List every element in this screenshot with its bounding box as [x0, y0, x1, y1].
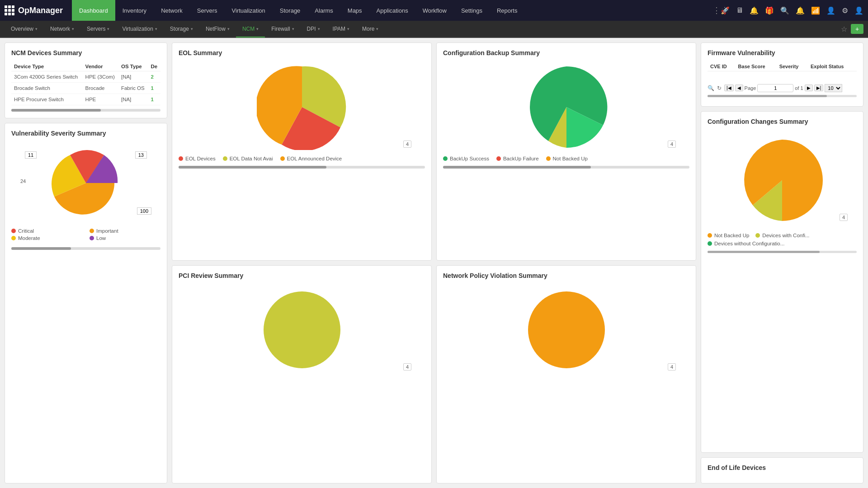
not-backed-dot-cc: [708, 233, 712, 238]
config-changes-legend: Not Backed Up Devices with Confi... Devi…: [708, 233, 857, 246]
eol-legend: EOL Devices EOL Data Not Avai EOL Announ…: [179, 156, 425, 161]
menu-reports[interactable]: Reports: [490, 0, 525, 21]
prev-page-btn[interactable]: ◀: [735, 84, 743, 91]
low-dot: [90, 236, 94, 240]
pagination-controls: |◀ ◀ Page of 1 ▶ ▶| 10 25 50: [724, 84, 842, 92]
page-size-select[interactable]: 10 25 50: [825, 84, 842, 92]
eol-devices-card: End of Life Devices: [701, 457, 863, 483]
menu-storage[interactable]: Storage: [273, 0, 308, 21]
device-name: HPE Procurve Switch: [11, 94, 83, 105]
menu-dashboard[interactable]: Dashboard: [72, 0, 115, 21]
eol-scrollbar[interactable]: [179, 166, 425, 169]
vuln-scrollbar[interactable]: [11, 247, 160, 250]
last-page-btn[interactable]: ▶|: [814, 84, 824, 91]
table-row: Brocade Switch Brocade Fabric OS 1: [11, 83, 160, 94]
sec-ncm[interactable]: NCM ▾: [236, 21, 265, 38]
critical-label: Critical: [18, 228, 34, 234]
page-input[interactable]: [757, 84, 793, 92]
devices-without-config-dot: [708, 241, 712, 246]
config-changes-title: Configuration Changes Summary: [708, 118, 857, 125]
main-menu: Dashboard Inventory Network Servers Virt…: [72, 0, 721, 21]
eol-badge: 4: [403, 141, 411, 148]
menu-applications[interactable]: Applications: [369, 0, 415, 21]
eol-legend-announced: EOL Announced Device: [280, 156, 342, 161]
vuln-severity-card: Vulnerability Severity Summary 11 13 24 …: [5, 123, 167, 483]
fw-empty-row: [708, 71, 857, 80]
sec-network[interactable]: Network ▾: [44, 21, 80, 37]
not-backed-up-label: Not Backed Up: [553, 156, 588, 161]
fw-progress-bar: [708, 95, 857, 97]
add-dashboard-btn[interactable]: +: [851, 24, 863, 34]
bell-icon[interactable]: 🔔: [750, 6, 759, 15]
of-label: of 1: [795, 85, 803, 91]
device-count[interactable]: 1: [148, 94, 160, 105]
rocket-icon[interactable]: 🚀: [721, 6, 730, 15]
fw-search-icon[interactable]: 🔍: [708, 85, 714, 91]
eol-summary-card: EOL Summary 4 EOL Devices: [172, 42, 432, 261]
config-backup-scrollbar[interactable]: [443, 166, 689, 169]
menu-maps[interactable]: Maps: [340, 0, 369, 21]
not-backed-up-cc: Not Backed Up: [708, 233, 749, 238]
network-policy-title: Network Policy Violation Summary: [443, 272, 689, 279]
app-name: OpManager: [18, 6, 63, 15]
user-icon[interactable]: 👤: [826, 6, 835, 15]
favorite-star[interactable]: ☆: [841, 25, 847, 33]
menu-network[interactable]: Network: [154, 0, 190, 21]
vuln-label-13: 13: [135, 151, 147, 159]
sec-firewall[interactable]: Firewall ▾: [265, 21, 300, 37]
pci-title: PCI Review Summary: [179, 272, 425, 279]
menu-more-dots[interactable]: ⋮: [712, 5, 721, 15]
config-changes-chart: 4: [708, 131, 857, 230]
not-backed-up-dot: [546, 156, 551, 161]
monitor-icon[interactable]: 🖥: [736, 6, 743, 14]
eol-devices-title: End of Life Devices: [708, 464, 857, 471]
devices-with-config: Devices with Confi...: [755, 233, 809, 238]
menu-virtualization[interactable]: Virtualization: [225, 0, 273, 21]
vendor-name: HPE: [83, 94, 118, 105]
signal-icon[interactable]: 📶: [811, 6, 820, 15]
menu-workflow[interactable]: Workflow: [415, 0, 454, 21]
config-changes-badge: 4: [840, 214, 848, 221]
legend-critical: Critical: [11, 228, 82, 234]
legend-important: Important: [90, 228, 160, 234]
first-page-btn[interactable]: |◀: [724, 84, 734, 91]
devices-without-config: Devices without Configuratio...: [708, 241, 784, 246]
backup-failure-dot: [496, 156, 501, 161]
sec-dpi[interactable]: DPI ▾: [301, 21, 326, 37]
column-2: EOL Summary 4 EOL Devices: [172, 42, 432, 483]
sec-more[interactable]: More ▾: [356, 21, 385, 37]
firmware-title: Firmware Vulnerability: [708, 49, 857, 56]
fw-refresh-icon[interactable]: ↻: [717, 85, 722, 91]
gift-icon[interactable]: 🎁: [765, 6, 774, 15]
profile-icon[interactable]: 👤: [854, 6, 863, 15]
menu-settings[interactable]: Settings: [454, 0, 490, 21]
app-logo[interactable]: OpManager: [5, 5, 63, 15]
menu-servers[interactable]: Servers: [190, 0, 225, 21]
sec-storage[interactable]: Storage ▾: [164, 21, 199, 37]
pci-pie-chart: [257, 287, 347, 373]
vuln-chart: 11 13 24 100: [11, 142, 160, 224]
alert-icon[interactable]: 🔔: [796, 6, 805, 15]
next-page-btn[interactable]: ▶: [805, 84, 813, 91]
table-scrollbar[interactable]: [11, 109, 160, 112]
eol-legend-no-data: EOL Data Not Avai: [223, 156, 273, 161]
top-nav: OpManager Dashboard Inventory Network Se…: [0, 0, 868, 21]
os-name: Fabric OS: [118, 83, 148, 94]
config-changes-card: Configuration Changes Summary 4 Not: [701, 111, 863, 453]
sec-overview[interactable]: Overview ▾: [5, 21, 44, 37]
sec-servers[interactable]: Servers ▾: [80, 21, 116, 37]
gear-icon[interactable]: ⚙: [842, 6, 848, 15]
search-icon[interactable]: 🔍: [780, 6, 789, 15]
col-os-type: OS Type: [118, 62, 148, 71]
col-base-score: Base Score: [736, 62, 777, 71]
pci-badge: 4: [403, 363, 411, 371]
device-count[interactable]: 2: [148, 71, 160, 83]
device-count[interactable]: 1: [148, 83, 160, 94]
menu-alarms[interactable]: Alarms: [307, 0, 340, 21]
menu-inventory[interactable]: Inventory: [115, 0, 154, 21]
sec-virtualization[interactable]: Virtualization ▾: [116, 21, 163, 37]
sec-ipam[interactable]: IPAM ▾: [326, 21, 356, 37]
svg-point-1: [528, 291, 605, 368]
config-changes-pie: [737, 135, 827, 225]
sec-netflow[interactable]: NetFlow ▾: [199, 21, 236, 37]
